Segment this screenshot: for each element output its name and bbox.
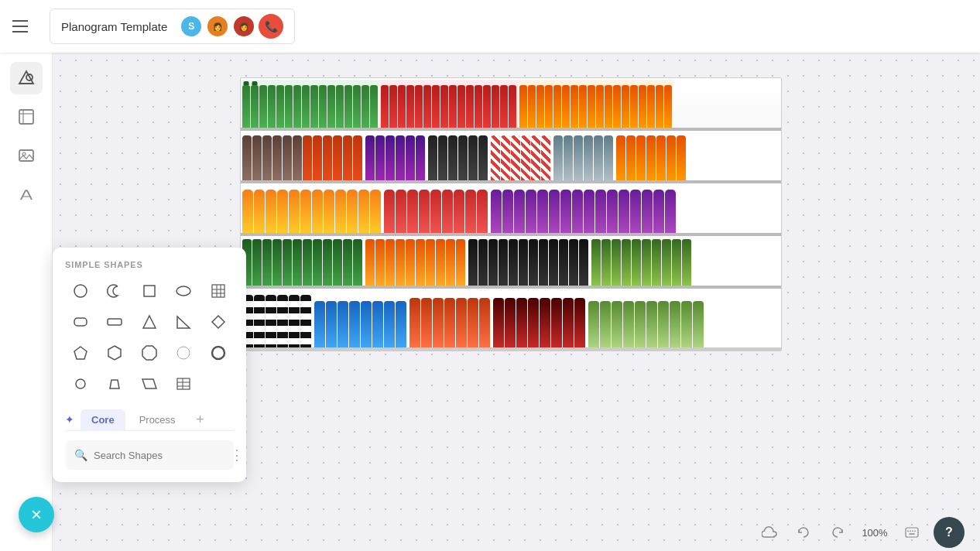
svg-marker-19 (177, 317, 190, 328)
tab-core[interactable]: Core (81, 409, 125, 430)
header: Planogram Template S 👩 👩 📞 (0, 0, 980, 53)
shapes-section-title: SIMPLE SHAPES (65, 260, 234, 269)
shape-right-triangle[interactable] (168, 308, 199, 336)
menu-button[interactable] (12, 14, 37, 39)
svg-marker-27 (110, 380, 119, 388)
shape-hexagon[interactable] (99, 339, 130, 367)
shapes-grid (65, 277, 234, 398)
shape-parallelogram[interactable] (134, 370, 165, 398)
shape-octagon[interactable] (134, 339, 165, 367)
shape-trapezoid[interactable] (99, 370, 130, 398)
svg-rect-2 (19, 110, 33, 124)
avatar-p[interactable]: 👩 (206, 15, 229, 38)
svg-rect-29 (177, 378, 190, 389)
document-title: Planogram Template (61, 20, 167, 33)
left-sidebar (0, 53, 53, 551)
svg-point-6 (22, 152, 26, 156)
keyboard-button[interactable] (899, 520, 924, 545)
svg-point-26 (76, 379, 85, 388)
shape-table[interactable] (168, 370, 199, 398)
phone-button[interactable]: 📞 (259, 14, 283, 39)
svg-rect-9 (144, 286, 155, 296)
svg-point-8 (74, 285, 87, 297)
undo-button[interactable] (791, 520, 816, 545)
image-icon (18, 147, 35, 164)
svg-rect-11 (212, 285, 224, 297)
svg-rect-33 (906, 528, 918, 537)
shape-pentagon[interactable] (65, 339, 96, 367)
sidebar-item-image[interactable] (10, 139, 43, 172)
avatar-s[interactable]: S (180, 15, 203, 38)
shape-empty (203, 370, 234, 398)
title-box: Planogram Template S 👩 👩 📞 (50, 9, 295, 44)
bottom-bar: 100% ? (742, 514, 980, 551)
redo-button[interactable] (825, 520, 850, 545)
shelf-row-4 (241, 236, 781, 289)
help-button[interactable]: ? (934, 517, 965, 548)
panel-tabs: ✦ Core Process + (65, 409, 234, 431)
cloud-save-button[interactable] (757, 520, 782, 545)
tab-icon: ✦ (65, 413, 74, 426)
avatar-a[interactable]: 👩 (232, 15, 255, 38)
search-box: 🔍 ⋮ (65, 440, 234, 470)
svg-marker-21 (74, 347, 87, 359)
shape-ellipse[interactable] (168, 277, 199, 305)
frame-icon (18, 108, 35, 125)
draw-icon (18, 186, 35, 203)
shapes-icon (18, 70, 35, 87)
svg-point-10 (176, 286, 190, 296)
shape-circle-thin[interactable] (168, 339, 199, 367)
svg-marker-23 (142, 346, 156, 360)
svg-marker-22 (108, 346, 121, 360)
sidebar-item-frame[interactable] (10, 101, 43, 133)
planogram-display (240, 77, 782, 351)
fab-close-button[interactable]: × (19, 497, 54, 532)
svg-rect-16 (74, 318, 87, 326)
tab-add-button[interactable]: + (190, 409, 211, 430)
svg-rect-5 (19, 150, 33, 161)
zoom-level: 100% (859, 527, 890, 539)
svg-point-24 (177, 347, 190, 359)
svg-marker-28 (142, 379, 156, 388)
shape-diamond[interactable] (203, 308, 234, 336)
shelf-row-5 (241, 289, 781, 351)
svg-marker-20 (212, 316, 224, 328)
shape-circle-sm[interactable] (65, 370, 96, 398)
avatar-group: S 👩 👩 📞 (180, 14, 283, 39)
sidebar-item-shapes[interactable] (10, 62, 43, 94)
svg-point-25 (212, 347, 224, 359)
more-options-icon[interactable]: ⋮ (230, 447, 244, 464)
close-icon: × (31, 505, 42, 524)
shape-grid[interactable] (203, 277, 234, 305)
search-icon: 🔍 (74, 449, 87, 461)
shape-rect-wide[interactable] (99, 308, 130, 336)
shape-crescent[interactable] (99, 277, 130, 305)
shapes-panel: SIMPLE SHAPES (53, 248, 246, 482)
shelf-row-3 (241, 183, 781, 236)
shelf-row-1 (241, 78, 781, 131)
shape-triangle[interactable] (134, 308, 165, 336)
shape-rounded-rect[interactable] (65, 308, 96, 336)
shelf-row-2 (241, 131, 781, 183)
svg-marker-18 (143, 316, 156, 328)
search-input[interactable] (94, 450, 224, 461)
sidebar-item-draw[interactable] (10, 178, 43, 210)
shape-circle[interactable] (65, 277, 96, 305)
svg-rect-17 (108, 319, 122, 325)
shape-circle-outline[interactable] (203, 339, 234, 367)
shape-square[interactable] (134, 277, 165, 305)
tab-process[interactable]: Process (128, 409, 187, 430)
